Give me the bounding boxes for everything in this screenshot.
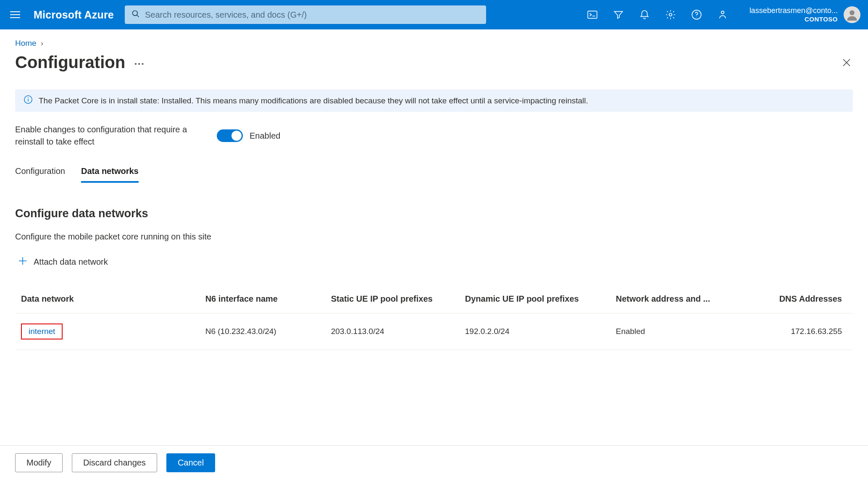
svg-point-0 [132, 11, 137, 16]
page-body: Home › Configuration … The Packet Core i… [0, 29, 868, 484]
attach-data-network-button[interactable]: Attach data network [18, 256, 853, 268]
cancel-button[interactable]: Cancel [166, 453, 215, 472]
feedback-icon[interactable] [717, 9, 729, 21]
info-icon [24, 95, 33, 106]
table-row[interactable]: internet N6 (10.232.43.0/24) 203.0.113.0… [15, 313, 853, 350]
breadcrumb: Home › [0, 29, 868, 48]
search-input[interactable] [145, 10, 479, 20]
svg-point-8 [850, 11, 855, 16]
data-network-link[interactable]: internet [21, 324, 63, 339]
cloud-shell-icon[interactable] [587, 9, 598, 21]
account-email: lassebertrasmen@conto... [750, 6, 838, 16]
tabs: Configuration Data networks [15, 166, 853, 183]
toggle-label: Enable changes to configuration that req… [15, 124, 192, 148]
page-title: Configuration … [15, 53, 145, 72]
cell-n6: N6 (10.232.43.0/24) [200, 313, 325, 350]
data-networks-table: Data network N6 interface name Static UE… [15, 287, 853, 350]
svg-point-13 [28, 97, 29, 98]
table-header-row: Data network N6 interface name Static UE… [15, 287, 853, 313]
svg-point-4 [669, 13, 672, 16]
title-more-icon[interactable]: … [134, 55, 145, 70]
info-banner: The Packet Core is in install state: Ins… [15, 89, 853, 112]
account-info[interactable]: lassebertrasmen@conto... CONTOSO [750, 6, 860, 23]
chevron-right-icon: › [41, 39, 43, 48]
col-dns[interactable]: DNS Addresses [727, 287, 853, 313]
svg-line-1 [137, 15, 139, 17]
azure-topbar: Microsoft Azure lassebertrasmen@conto... [0, 0, 868, 29]
settings-icon[interactable] [665, 9, 676, 21]
notifications-icon[interactable] [639, 9, 650, 21]
cell-static: 203.0.113.0/24 [325, 313, 459, 350]
hamburger-menu-icon[interactable] [8, 7, 23, 22]
col-n6[interactable]: N6 interface name [200, 287, 325, 313]
modify-button[interactable]: Modify [15, 453, 63, 472]
brand-label[interactable]: Microsoft Azure [34, 9, 114, 21]
col-dynamic[interactable]: Dynamic UE IP pool prefixes [459, 287, 610, 313]
avatar[interactable] [844, 6, 860, 23]
search-icon [132, 10, 140, 20]
help-icon[interactable] [691, 9, 702, 21]
section-description: Configure the mobile packet core running… [15, 232, 853, 242]
cell-dyn: 192.0.2.0/24 [459, 313, 610, 350]
cell-dns: 172.16.63.255 [727, 313, 853, 350]
plus-icon [18, 256, 28, 268]
topbar-icons [587, 9, 729, 21]
svg-point-6 [696, 17, 697, 17]
section-title: Configure data networks [15, 207, 853, 220]
info-banner-text: The Packet Core is in install state: Ins… [39, 96, 588, 105]
col-static[interactable]: Static UE IP pool prefixes [325, 287, 459, 313]
svg-point-7 [721, 11, 724, 13]
tab-configuration[interactable]: Configuration [15, 166, 65, 183]
toggle-state-label: Enabled [250, 131, 280, 141]
breadcrumb-home[interactable]: Home [15, 39, 37, 48]
attach-label: Attach data network [34, 257, 108, 267]
col-data-network[interactable]: Data network [15, 287, 200, 313]
cell-nat: Enabled [610, 313, 727, 350]
reinstall-toggle[interactable] [217, 129, 243, 142]
account-directory: CONTOSO [750, 16, 838, 23]
footer-actions: Modify Discard changes Cancel [0, 445, 868, 484]
tab-data-networks[interactable]: Data networks [81, 166, 139, 183]
svg-rect-2 [588, 11, 597, 18]
discard-button[interactable]: Discard changes [72, 453, 157, 472]
global-search[interactable] [125, 5, 486, 24]
col-nat[interactable]: Network address and ... [610, 287, 727, 313]
directory-filter-icon[interactable] [613, 9, 624, 21]
page-title-text: Configuration [15, 53, 125, 72]
close-blade-button[interactable] [840, 56, 853, 69]
